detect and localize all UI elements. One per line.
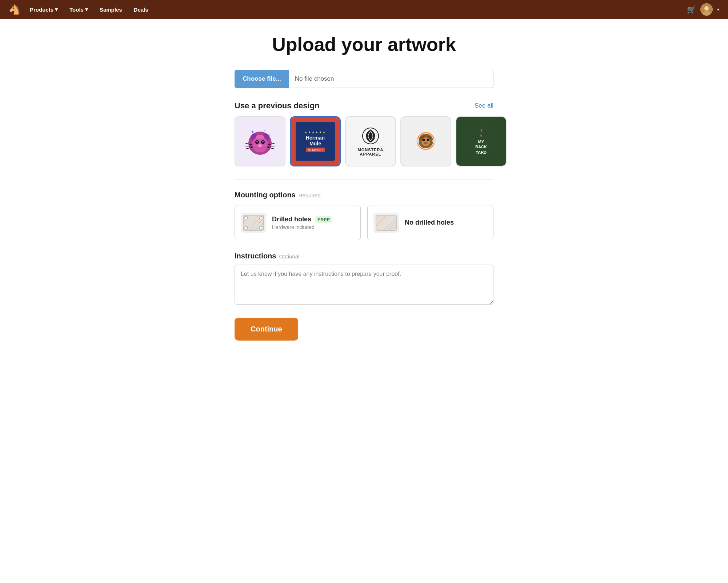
svg-text:★: ★	[251, 130, 255, 134]
svg-point-50	[259, 216, 262, 219]
mounting-options: Drilled holes FREE Hardware included	[235, 205, 493, 240]
navbar: 🐴 Products ▾ Tools ▾ Samples Deals 🛒 ▾	[0, 0, 728, 19]
cart-icon[interactable]: 🛒	[687, 5, 696, 14]
file-name-display: No file chosen	[289, 70, 493, 88]
nav-item-deals[interactable]: Deals	[128, 0, 154, 19]
svg-point-39	[432, 139, 436, 143]
svg-point-18	[256, 135, 264, 139]
svg-point-34	[422, 138, 425, 141]
instructions-title: InstructionsOptional	[235, 252, 493, 260]
svg-point-36	[424, 142, 428, 144]
nav-item-tools[interactable]: Tools ▾	[64, 0, 94, 19]
choose-file-button[interactable]: Choose file...	[235, 70, 289, 88]
previous-designs-header: Use a previous design See all	[235, 101, 493, 110]
design-thumb-herman[interactable]: ★★★★★★ HermanMule for MAYOR	[290, 116, 341, 166]
mounting-drilled-info: Drilled holes FREE Hardware included	[272, 216, 332, 230]
section-divider	[235, 180, 493, 180]
svg-point-11	[258, 144, 262, 147]
svg-point-51	[245, 226, 248, 229]
nav-item-samples[interactable]: Samples	[94, 0, 128, 19]
svg-point-35	[427, 138, 429, 141]
svg-text:★: ★	[268, 134, 270, 136]
mounting-title: Mounting optionsRequired	[235, 191, 493, 199]
design-thumb-tiger[interactable]: ★ ★ ★	[235, 116, 285, 166]
continue-button[interactable]: Continue	[235, 318, 298, 341]
instructions-textarea[interactable]	[235, 265, 493, 305]
svg-point-33	[421, 137, 430, 146]
drilled-holes-icon	[241, 213, 266, 233]
svg-point-38	[416, 139, 419, 143]
design-thumb-monstera[interactable]: MONSTERAAPPAREL	[345, 116, 396, 166]
mounting-option-drilled[interactable]: Drilled holes FREE Hardware included	[235, 205, 361, 240]
previous-designs-title: Use a previous design	[235, 101, 320, 110]
nav-logo[interactable]: 🐴	[9, 4, 20, 15]
svg-point-52	[259, 226, 262, 229]
main-content: Upload your artwork Choose file... No fi…	[226, 19, 502, 362]
nav-item-products[interactable]: Products ▾	[24, 0, 64, 19]
file-upload-row: Choose file... No file chosen	[235, 70, 493, 88]
mounting-no-drilled-info: No drilled holes	[405, 219, 454, 226]
avatar-caret-icon[interactable]: ▾	[717, 7, 719, 12]
page-title: Upload your artwork	[235, 33, 493, 55]
svg-text:★: ★	[264, 129, 266, 132]
design-thumb-bear[interactable]	[400, 116, 451, 166]
svg-point-10	[262, 141, 264, 142]
design-thumb-backyard[interactable]: I ♥ MY BACK YARD	[456, 116, 507, 166]
svg-point-9	[256, 141, 258, 142]
no-drilled-holes-icon	[373, 213, 399, 233]
see-all-link[interactable]: See all	[475, 102, 493, 109]
svg-point-49	[245, 216, 248, 219]
svg-point-1	[704, 6, 709, 11]
design-grid: ★ ★ ★ ★★★★★★ HermanMule for MAYOR	[235, 116, 493, 166]
avatar[interactable]	[700, 3, 713, 16]
mounting-option-no-drilled[interactable]: No drilled holes	[367, 205, 493, 240]
